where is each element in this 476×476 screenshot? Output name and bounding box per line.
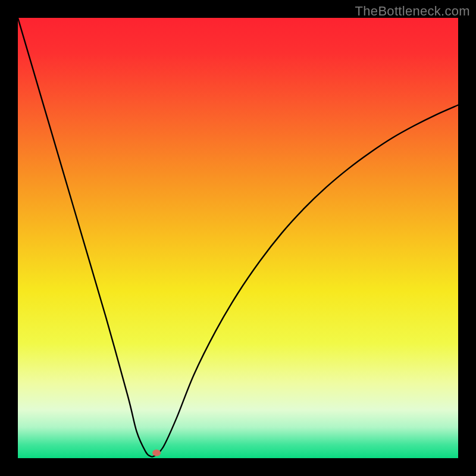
plot-area xyxy=(18,18,458,458)
chart-svg xyxy=(18,18,458,458)
chart-background xyxy=(18,18,458,458)
chart-frame: TheBottleneck.com xyxy=(0,0,476,476)
optimal-marker xyxy=(152,450,161,456)
watermark-text: TheBottleneck.com xyxy=(355,4,470,19)
